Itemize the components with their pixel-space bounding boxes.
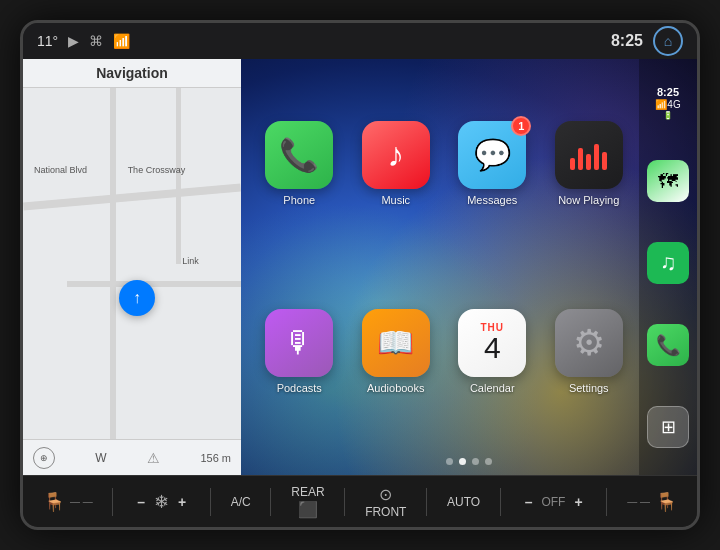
audiobooks-label: Audiobooks: [367, 382, 425, 394]
rear-label: REAR: [291, 485, 324, 499]
off-plus-btn[interactable]: +: [570, 492, 586, 512]
divider-2: [210, 488, 211, 516]
dot-4[interactable]: [485, 458, 492, 465]
messages-icon: 💬 1: [458, 121, 526, 189]
map-area[interactable]: National Blvd The Crossway Link ↑: [23, 88, 241, 439]
off-minus-btn[interactable]: –: [521, 492, 537, 512]
audiobooks-icon: 📖: [362, 309, 430, 377]
status-left: 11° ▶ ⌘ 📶: [37, 33, 130, 49]
settings-label: Settings: [569, 382, 609, 394]
location-marker: ↑: [119, 280, 155, 316]
front-label: FRONT: [365, 505, 406, 519]
map-road-h2: [67, 281, 241, 287]
podcasts-label: Podcasts: [277, 382, 322, 394]
dock-layout-button[interactable]: ⊞: [647, 406, 689, 448]
clock: 8:25: [611, 32, 643, 50]
seat-right-group: — — 🪑: [627, 491, 677, 513]
messages-badge: 1: [511, 116, 531, 136]
nav-title: Navigation: [23, 59, 241, 88]
app-grid: 📞 Phone ♪ Music 💬 1 M: [251, 69, 637, 445]
divider-4: [344, 488, 345, 516]
nav-panel: Navigation National Blvd The Crossway Li…: [23, 59, 241, 475]
audio-bars: [570, 140, 607, 170]
side-dock: 8:25 📶4G 🔋 🗺 ♫ 📞 ⊞: [639, 59, 697, 475]
divider-1: [112, 488, 113, 516]
music-icon: ♪: [362, 121, 430, 189]
nowplaying-label: Now Playing: [558, 194, 619, 206]
page-dots: [446, 458, 492, 465]
calendar-icon: THU 4: [458, 309, 526, 377]
nowplaying-icon: [555, 121, 623, 189]
temperature: 11°: [37, 33, 58, 49]
home-button[interactable]: ⌂: [653, 26, 683, 56]
app-podcasts[interactable]: 🎙 Podcasts: [256, 262, 343, 440]
dock-phone-button[interactable]: 📞: [647, 324, 689, 366]
phone-label: Phone: [283, 194, 315, 206]
app-phone[interactable]: 📞 Phone: [256, 74, 343, 252]
front-group: ⊙ FRONT: [365, 485, 406, 519]
dot-2[interactable]: [459, 458, 466, 465]
rear-heat-icon[interactable]: ⬛: [298, 500, 318, 519]
road-label-3: Link: [182, 256, 199, 266]
app-settings[interactable]: ⚙ Settings: [546, 262, 633, 440]
auto-label[interactable]: AUTO: [447, 495, 480, 509]
music-label: Music: [381, 194, 410, 206]
phone-icon: 📞: [265, 121, 333, 189]
rear-group: REAR ⬛: [291, 485, 324, 519]
dot-1[interactable]: [446, 458, 453, 465]
dot-3[interactable]: [472, 458, 479, 465]
app-nowplaying[interactable]: Now Playing: [546, 74, 633, 252]
controls-bar: 🪑 — — – ❄ + A/C REAR ⬛ ⊙ FRONT AUTO: [23, 475, 697, 527]
front-vent-icon[interactable]: ⊙: [379, 485, 392, 504]
dock-status: 8:25 📶4G 🔋: [655, 86, 680, 120]
fan-group: – ❄ +: [133, 491, 190, 513]
nav-direction: W: [95, 451, 106, 465]
divider-7: [606, 488, 607, 516]
nav-bottom: ⊕ W ⚠ 156 m: [23, 439, 241, 475]
road-label-1: National Blvd: [34, 165, 87, 175]
map-road-h: [23, 184, 241, 211]
dock-spotify-button[interactable]: ♫: [647, 242, 689, 284]
signal-icon: 📶: [113, 33, 130, 49]
carplay-panel: 📞 Phone ♪ Music 💬 1 M: [241, 59, 697, 475]
cal-day: 4: [484, 333, 501, 363]
fan-minus-btn[interactable]: –: [133, 492, 149, 512]
auto-group: AUTO: [447, 495, 480, 509]
ac-group: A/C: [231, 495, 251, 509]
app-music[interactable]: ♪ Music: [353, 74, 440, 252]
map-road-v2: [176, 88, 181, 264]
battery-icon: 🔋: [663, 111, 673, 120]
calendar-label: Calendar: [470, 382, 515, 394]
dock-maps-button[interactable]: 🗺: [647, 160, 689, 202]
dock-signal: 📶4G: [655, 99, 680, 110]
seat-left-group: 🪑 — —: [43, 491, 93, 513]
off-label: OFF: [541, 495, 565, 509]
divider-6: [500, 488, 501, 516]
calendar-content: THU 4: [458, 309, 526, 377]
road-label-2: The Crossway: [128, 165, 186, 175]
nav-alert-icon: ⚠: [147, 450, 160, 466]
map-road-v1: [110, 88, 116, 439]
seat-left-sub: — —: [70, 496, 93, 507]
seat-right-icon: 🪑: [655, 491, 677, 513]
ac-label[interactable]: A/C: [231, 495, 251, 509]
app-messages[interactable]: 💬 1 Messages: [449, 74, 536, 252]
wifi-icon: ⌘: [89, 33, 103, 49]
main-area: Navigation National Blvd The Crossway Li…: [23, 59, 697, 475]
divider-5: [426, 488, 427, 516]
app-audiobooks[interactable]: 📖 Audiobooks: [353, 262, 440, 440]
fan-plus-btn[interactable]: +: [174, 492, 190, 512]
podcasts-icon: 🎙: [265, 309, 333, 377]
off-group: – OFF +: [521, 492, 587, 512]
status-bar: 11° ▶ ⌘ 📶 8:25 ⌂: [23, 23, 697, 59]
app-calendar[interactable]: THU 4 Calendar: [449, 262, 536, 440]
seat-right-sub: — —: [627, 496, 650, 507]
nav-distance: 156 m: [200, 452, 231, 464]
settings-icon: ⚙: [555, 309, 623, 377]
compass: ⊕: [33, 447, 55, 469]
dock-time: 8:25: [657, 86, 679, 98]
seat-left-icon: 🪑: [43, 491, 65, 513]
play-icon: ▶: [68, 33, 79, 49]
car-screen: 11° ▶ ⌘ 📶 8:25 ⌂ Navigation National Blv…: [20, 20, 700, 530]
messages-label: Messages: [467, 194, 517, 206]
